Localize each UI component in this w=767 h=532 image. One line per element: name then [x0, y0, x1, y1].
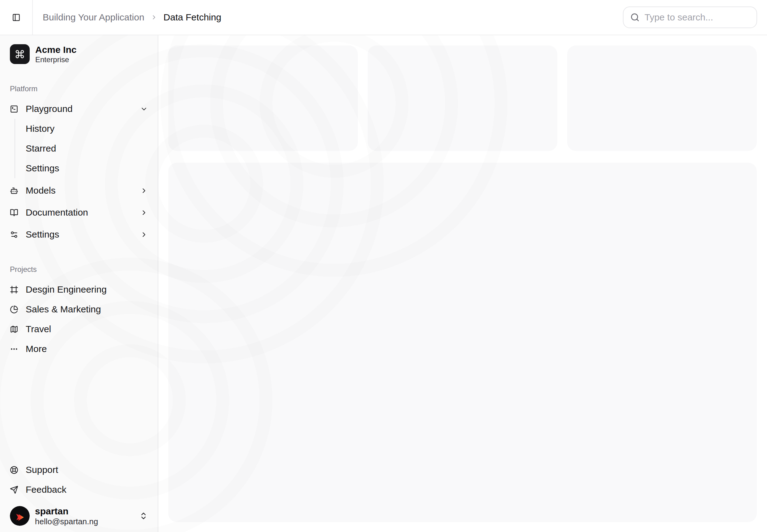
org-name: Acme Inc: [35, 45, 76, 54]
sidebar: Acme Inc Enterprise Platform Playground …: [0, 35, 158, 532]
org-switcher[interactable]: Acme Inc Enterprise: [5, 44, 153, 64]
project-item-travel[interactable]: Travel: [5, 319, 153, 339]
platform-nav: Playground History Starred Settings Mode…: [5, 99, 153, 244]
ellipsis-icon: [10, 345, 18, 353]
nav-subitem-starred[interactable]: Starred: [26, 139, 153, 158]
chevron-down-icon: [140, 105, 148, 113]
life-buoy-icon: [10, 466, 18, 474]
user-email: hello@spartan.ng: [35, 517, 98, 526]
content-area: Acme Inc Enterprise Platform Playground …: [0, 35, 767, 532]
project-item-more[interactable]: More: [5, 339, 153, 359]
panel-left-icon: [12, 13, 20, 22]
placeholder-card: [368, 45, 557, 151]
sidebar-footer: Support Feedback: [5, 460, 153, 527]
map-icon: [10, 325, 18, 333]
project-item-label: Travel: [26, 324, 51, 334]
placeholder-card: [168, 45, 358, 151]
nav-item-label: Playground: [26, 104, 73, 114]
pie-chart-icon: [10, 305, 18, 314]
org-logo: [10, 44, 30, 64]
sidebar-group-label-projects: Projects: [5, 266, 153, 273]
project-item-label: Desgin Engineering: [26, 284, 107, 295]
projects-nav: Desgin Engineering Sales & Marketing Tra…: [5, 280, 153, 359]
avatar: [10, 506, 30, 526]
sidebar-group-label-platform: Platform: [5, 85, 153, 92]
sidebar-toggle-area: [0, 0, 33, 35]
user-menu[interactable]: spartan hello@spartan.ng: [5, 505, 153, 527]
book-open-icon: [10, 208, 18, 217]
project-item-sales-marketing[interactable]: Sales & Marketing: [5, 299, 153, 319]
nav-item-label: Support: [26, 465, 58, 475]
app-window: Building Your Application Data Fetching: [0, 0, 767, 532]
chevron-right-icon: [140, 209, 148, 217]
breadcrumb-parent-link[interactable]: Building Your Application: [43, 12, 144, 23]
nav-subitem-settings[interactable]: Settings: [26, 158, 153, 178]
search-icon: [630, 13, 640, 22]
frame-icon: [10, 285, 18, 294]
main-content: [158, 35, 767, 532]
playground-submenu: History Starred Settings: [15, 119, 153, 178]
project-item-label: Sales & Marketing: [26, 304, 101, 315]
nav-item-support[interactable]: Support: [5, 460, 153, 480]
square-terminal-icon: [10, 105, 18, 113]
search-box[interactable]: [623, 6, 757, 28]
project-item-desgin-engineering[interactable]: Desgin Engineering: [5, 280, 153, 299]
search-input[interactable]: [645, 12, 750, 23]
nav-item-settings[interactable]: Settings: [5, 225, 153, 244]
user-name: spartan: [35, 507, 98, 516]
send-icon: [10, 486, 18, 494]
placeholder-panel: [168, 163, 757, 522]
nav-item-playground[interactable]: Playground: [5, 99, 153, 119]
placeholder-card-row: [168, 45, 757, 151]
chevron-right-icon: [140, 187, 148, 195]
bot-icon: [10, 187, 18, 195]
breadcrumb: Building Your Application Data Fetching: [43, 12, 221, 23]
nav-item-models[interactable]: Models: [5, 181, 153, 200]
nav-item-label: Feedback: [26, 484, 66, 495]
breadcrumb-separator-icon: [151, 14, 157, 21]
nav-subitem-history[interactable]: History: [26, 119, 153, 139]
nav-item-label: Documentation: [26, 207, 88, 218]
nav-item-documentation[interactable]: Documentation: [5, 203, 153, 222]
header: Building Your Application Data Fetching: [0, 0, 767, 35]
chevron-right-icon: [140, 231, 148, 238]
project-item-label: More: [26, 344, 47, 354]
sidebar-toggle-button[interactable]: [7, 9, 25, 26]
settings-sliders-icon: [10, 230, 18, 239]
command-icon: [15, 49, 25, 59]
placeholder-card: [567, 45, 757, 151]
org-plan: Enterprise: [35, 56, 76, 63]
breadcrumb-current-page: Data Fetching: [164, 12, 221, 23]
nav-item-label: Settings: [26, 229, 59, 240]
chevrons-up-down-icon: [139, 512, 148, 520]
nav-item-label: Models: [26, 185, 56, 196]
nav-item-feedback[interactable]: Feedback: [5, 480, 153, 500]
